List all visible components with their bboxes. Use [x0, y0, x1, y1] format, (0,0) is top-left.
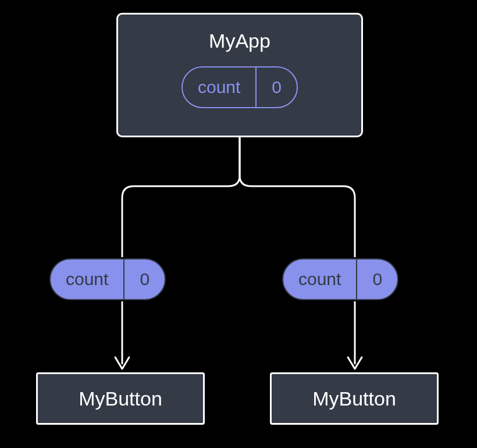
parent-component-box: MyApp count 0 [116, 13, 363, 137]
prop-pill-left: count 0 [49, 258, 166, 300]
state-value: 0 [255, 67, 297, 107]
prop-pill-right: count 0 [282, 258, 398, 300]
prop-value: 0 [123, 259, 165, 299]
child-component-box-left: MyButton [36, 372, 205, 425]
parent-component-name: MyApp [209, 30, 270, 52]
prop-label: count [51, 259, 123, 299]
child-component-name: MyButton [312, 387, 396, 410]
prop-label: count [283, 259, 356, 299]
prop-value: 0 [356, 259, 397, 299]
child-component-box-right: MyButton [270, 372, 439, 425]
state-pill: count 0 [181, 66, 298, 108]
state-label: count [183, 67, 255, 107]
child-component-name: MyButton [79, 387, 162, 410]
